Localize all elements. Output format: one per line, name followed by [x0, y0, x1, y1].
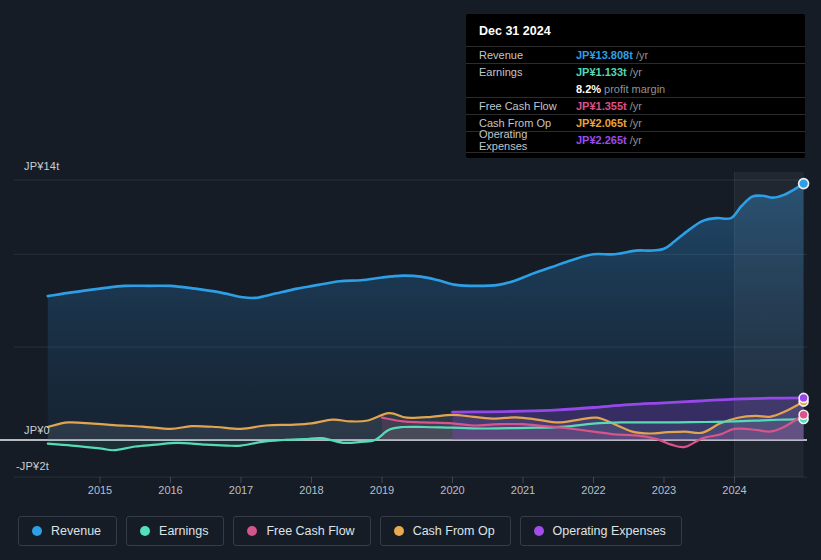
- legend-dot-icon: [247, 526, 257, 536]
- y-axis-label-14t: JP¥14t: [24, 160, 59, 172]
- chart-tooltip: Dec 31 2024 Revenue JP¥13.808t /yr Earni…: [466, 14, 805, 158]
- tooltip-row-earnings: Earnings JP¥1.133t /yr: [466, 63, 805, 80]
- profit-margin-value: 8.2%: [576, 83, 601, 95]
- legend-item-free-cash-flow[interactable]: Free Cash Flow: [233, 516, 370, 546]
- tooltip-label: Revenue: [479, 49, 576, 61]
- tooltip-label: Operating Expenses: [479, 128, 576, 152]
- legend-dot-icon: [394, 526, 404, 536]
- legend-label: Revenue: [51, 524, 101, 538]
- legend-label: Free Cash Flow: [266, 524, 354, 538]
- tooltip-row-profit-margin: 8.2% profit margin: [466, 80, 805, 97]
- legend-item-cash-from-op[interactable]: Cash From Op: [380, 516, 511, 546]
- x-axis-label-2021: 2021: [511, 484, 535, 496]
- x-axis: 2015201620172018201920202021202220232024: [0, 484, 821, 498]
- tooltip-suffix: /yr: [636, 49, 648, 61]
- legend-label: Cash From Op: [413, 524, 495, 538]
- chart-legend: RevenueEarningsFree Cash FlowCash From O…: [18, 516, 682, 546]
- tooltip-label: Earnings: [479, 66, 576, 78]
- x-axis-label-2024: 2024: [722, 484, 746, 496]
- revenue-endpoint-marker: [799, 179, 809, 189]
- tooltip-row-revenue: Revenue JP¥13.808t /yr: [466, 46, 805, 63]
- y-axis-label-neg2t: -JP¥2t: [16, 460, 49, 472]
- earnings-revenue-chart-panel: JP¥14t JP¥0 -JP¥2t 201520162017201820192…: [0, 0, 821, 560]
- x-axis-label-2016: 2016: [158, 484, 182, 496]
- tooltip-suffix: /yr: [630, 66, 642, 78]
- legend-label: Operating Expenses: [553, 524, 666, 538]
- legend-item-operating-expenses[interactable]: Operating Expenses: [520, 516, 682, 546]
- tooltip-value: JP¥1.355t: [576, 100, 627, 112]
- tooltip-row-operating-expenses: Operating Expenses JP¥2.265t /yr: [466, 131, 805, 148]
- legend-dot-icon: [534, 526, 544, 536]
- operating_expenses-endpoint-marker: [799, 393, 808, 402]
- legend-label: Earnings: [159, 524, 208, 538]
- x-axis-label-2020: 2020: [440, 484, 464, 496]
- x-axis-label-2022: 2022: [581, 484, 605, 496]
- tooltip-value: JP¥2.265t: [576, 134, 627, 146]
- x-axis-label-2023: 2023: [652, 484, 676, 496]
- x-axis-label-2017: 2017: [229, 484, 253, 496]
- x-axis-label-2015: 2015: [88, 484, 112, 496]
- tooltip-suffix: /yr: [630, 117, 642, 129]
- x-axis-label-2019: 2019: [370, 484, 394, 496]
- tooltip-value: JP¥2.065t: [576, 117, 627, 129]
- tooltip-row-free-cash-flow: Free Cash Flow JP¥1.355t /yr: [466, 97, 805, 114]
- tooltip-suffix: /yr: [630, 134, 642, 146]
- legend-dot-icon: [140, 526, 150, 536]
- x-axis-label-2018: 2018: [299, 484, 323, 496]
- legend-item-earnings[interactable]: Earnings: [126, 516, 224, 546]
- tooltip-suffix: /yr: [630, 100, 642, 112]
- profit-margin-label: profit margin: [604, 83, 665, 95]
- tooltip-value: JP¥1.133t: [576, 66, 627, 78]
- legend-dot-icon: [32, 526, 42, 536]
- tooltip-label: Free Cash Flow: [479, 100, 576, 112]
- tooltip-value: JP¥13.808t: [576, 49, 633, 61]
- free_cash_flow-endpoint-marker: [799, 410, 808, 419]
- tooltip-date: Dec 31 2024: [466, 21, 805, 46]
- legend-item-revenue[interactable]: Revenue: [18, 516, 117, 546]
- y-axis-label-0: JP¥0: [24, 424, 50, 436]
